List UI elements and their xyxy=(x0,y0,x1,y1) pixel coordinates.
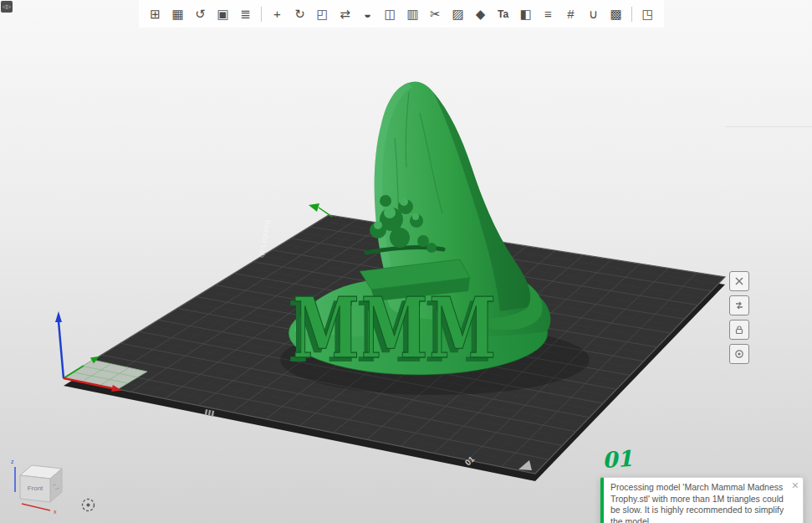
toast-close-icon[interactable]: × xyxy=(792,479,799,491)
rotate-button[interactable]: ↻ xyxy=(289,3,311,25)
cube-x-label: x xyxy=(54,509,57,515)
notification-toast: Processing model 'March Mammal Madness T… xyxy=(600,477,804,523)
viewport-3d[interactable]: Bambu Lab 01 xyxy=(0,0,812,523)
close-icon xyxy=(734,276,744,286)
gear-icon xyxy=(734,349,744,359)
variable-layer-height-button[interactable]: ≡ xyxy=(537,3,559,25)
text-button[interactable]: Ta xyxy=(492,3,514,25)
svg-text:MMM: MMM xyxy=(293,279,498,377)
lay-flat-button[interactable]: ◒ xyxy=(356,3,379,25)
cube-front-label: Front xyxy=(28,485,43,492)
cube-x-axis xyxy=(22,504,50,510)
split-objects-button[interactable]: ◫ xyxy=(379,3,401,25)
toolbar-separator xyxy=(631,7,632,22)
add-model-button[interactable]: ⊞ xyxy=(144,3,166,25)
viewport-capture-button[interactable] xyxy=(80,497,96,513)
plate-toolbar xyxy=(729,271,749,364)
move-button[interactable]: + xyxy=(266,3,289,25)
toolbar-separator xyxy=(261,7,262,22)
delete-plate-button[interactable] xyxy=(729,271,749,291)
exploded-view-button[interactable]: ◳ xyxy=(636,3,659,25)
scale-button[interactable]: ◰ xyxy=(311,3,334,25)
plate-settings-button[interactable] xyxy=(729,344,749,364)
add-plate-button[interactable]: ▦ xyxy=(166,3,189,25)
seam-paint-button[interactable]: ◆ xyxy=(469,3,492,25)
split-parts-button[interactable]: ▥ xyxy=(401,3,424,25)
lock-plate-button[interactable] xyxy=(729,320,749,340)
model-letters: MMM MMM xyxy=(288,279,498,382)
lock-icon xyxy=(734,325,744,335)
y-axis-arrow-icon xyxy=(309,203,319,212)
arrange-arrows-icon xyxy=(734,300,744,310)
sidebar-collapse-button[interactable]: ◁▷ xyxy=(1,1,13,13)
orientation-cube[interactable]: z x Front xyxy=(7,452,82,519)
assembly-button[interactable]: ▩ xyxy=(605,3,627,25)
capture-icon xyxy=(80,497,96,513)
z-axis xyxy=(59,321,64,378)
arrange-plate-button[interactable] xyxy=(729,295,749,315)
color-paint-button[interactable]: ◧ xyxy=(514,3,537,25)
plate-number-label: 01 xyxy=(601,446,633,473)
arrange-button[interactable]: ▣ xyxy=(212,3,234,25)
auto-orient-button[interactable]: ↺ xyxy=(189,3,212,25)
ground-horizon-line xyxy=(725,126,812,127)
support-paint-button[interactable]: ▨ xyxy=(447,3,469,25)
cube-z-label: z xyxy=(11,459,14,464)
mirror-button[interactable]: ⇄ xyxy=(334,3,356,25)
mesh-boolean-button[interactable]: ∪ xyxy=(582,3,605,25)
layers-button[interactable]: ≣ xyxy=(234,3,257,25)
cut-button[interactable]: ✂ xyxy=(424,3,447,25)
measure-button[interactable]: # xyxy=(559,3,582,25)
app-window: Bambu Lab 01 xyxy=(0,0,812,523)
main-toolbar: ⊞▦↺▣≣+↻◰⇄◒◫▥✂▨◆Ta◧≡#∪▩◳ xyxy=(139,0,664,28)
notification-message: Processing model 'March Mammal Madness T… xyxy=(610,482,784,523)
